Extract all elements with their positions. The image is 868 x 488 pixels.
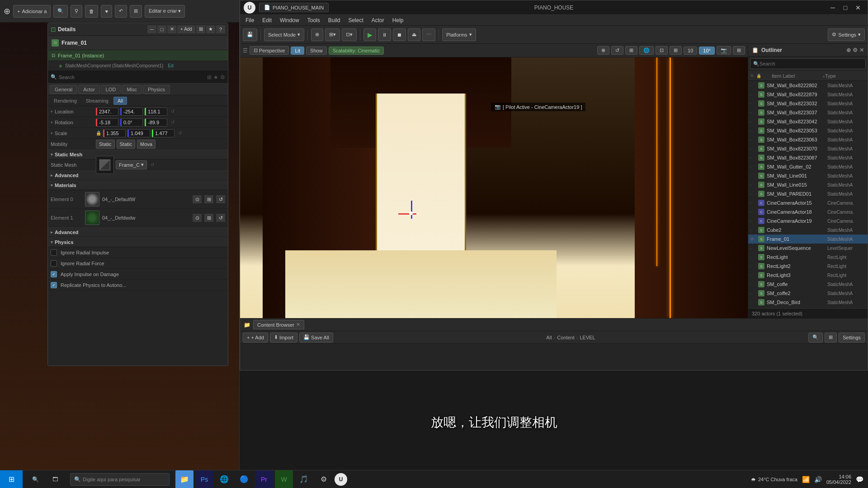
table-row[interactable]: ·SRectLightRectLight [748, 253, 868, 262]
cb-save-all-btn[interactable]: 💾 Save All [299, 333, 333, 343]
mobility-movable-btn[interactable]: Mova [137, 140, 156, 149]
pause-btn[interactable]: ⏸ [378, 28, 391, 41]
search-taskbar-btn[interactable]: 🔍 [26, 470, 44, 488]
details-search-input[interactable] [59, 75, 205, 80]
menu-window[interactable]: Window [276, 16, 303, 24]
visibility-icon[interactable]: · [750, 92, 756, 97]
component-row[interactable]: ◈ StaticMeshComponent (StaticMeshCompone… [48, 61, 228, 71]
visibility-icon[interactable]: · [750, 128, 756, 133]
cb-filter-btn[interactable]: 🔍 [808, 333, 823, 343]
viewport-layout-btn[interactable]: ⊞▾ [325, 28, 340, 41]
table-row[interactable]: ·SRectLight3RectLight [748, 271, 868, 280]
content-browser-tab[interactable]: Content Browser ✕ [253, 320, 304, 329]
element0-reset-btn[interactable]: ↺ [216, 195, 225, 203]
delete-button[interactable]: 🗑 [85, 5, 98, 18]
visibility-icon[interactable]: · [750, 174, 756, 178]
table-row[interactable]: ·SSM_Wall_Box8223063StaticMeshA [748, 135, 868, 144]
table-row[interactable]: ·SSM_Wall_Box8223087StaticMeshA [748, 153, 868, 162]
breadcrumb-content[interactable]: Content [557, 335, 575, 340]
chrome-btn[interactable]: 🔵 [235, 470, 253, 488]
details-close-btn[interactable]: ✕ [167, 25, 176, 33]
scalability-btn[interactable]: Scalability: Cinematic [329, 47, 384, 55]
table-row[interactable]: ·SSM_coffe2StaticMeshA [748, 289, 868, 298]
taskview-btn[interactable]: 🗔 [46, 470, 64, 488]
tab-actor[interactable]: Actor [78, 85, 100, 94]
advanced2-section-header[interactable]: ▸ Advanced [48, 227, 228, 237]
table-row[interactable]: ·SSM_Wall_Box8223042StaticMeshA [748, 117, 868, 126]
table-row[interactable]: ·SSM_Wall_PARED01StaticMeshA [748, 189, 868, 198]
close-btn[interactable]: ✕ [852, 3, 864, 13]
app2-btn[interactable]: ⚙ [315, 470, 333, 488]
premiere-btn[interactable]: Pr [255, 470, 273, 488]
favorite-button[interactable]: ♥ [101, 5, 112, 18]
tab-physics[interactable]: Physics [143, 85, 170, 94]
snap-btn[interactable]: ⊡▾ [342, 28, 357, 41]
breadcrumb-level[interactable]: LEVEL [580, 335, 595, 340]
visibility-icon[interactable]: · [750, 83, 756, 88]
menu-build[interactable]: Build [325, 16, 344, 24]
visibility-icon[interactable]: · [750, 282, 756, 287]
menu-edit[interactable]: Edit [259, 16, 275, 24]
visibility-icon[interactable]: · [750, 219, 756, 224]
element1-reset-btn[interactable]: ↺ [216, 214, 225, 222]
visibility-icon[interactable]: · [750, 137, 756, 142]
vp-snap-angle[interactable]: 10° [699, 47, 715, 55]
table-row[interactable]: ·SCube2StaticMeshA [748, 225, 868, 235]
visibility-icon[interactable]: · [750, 255, 756, 260]
photoshop-btn[interactable]: Ps [195, 470, 213, 488]
location-dropdown[interactable]: Location [55, 109, 74, 114]
ignore-radial-impulse-checkbox[interactable] [51, 249, 57, 256]
location-x-field[interactable]: 2347. [96, 108, 118, 116]
visibility-icon[interactable]: · [750, 300, 756, 305]
location-y-field[interactable]: -254. [120, 108, 143, 116]
replicate-physics-checkbox[interactable] [51, 282, 57, 288]
eject-btn[interactable]: ⏏ [408, 28, 420, 41]
subtab-rendering[interactable]: Rendering [50, 97, 81, 105]
settings-btn[interactable]: ⚙ Settings ▾ [828, 28, 865, 41]
visibility-icon[interactable]: 👁 [750, 237, 756, 242]
browser-btn[interactable]: 🌐 [215, 470, 233, 488]
vp-scale-btn[interactable]: ⊞ [625, 46, 637, 55]
component-edit-link[interactable]: Ed [168, 63, 173, 68]
details-help-btn[interactable]: ? [216, 25, 225, 33]
table-row[interactable]: ·SSM_Wall_Box8222879StaticMeshA [748, 90, 868, 99]
table-row[interactable]: ·SNewLevelSequenceLevelSequer [748, 244, 868, 253]
perspective-btn[interactable]: ⊡ Perspective [250, 46, 289, 55]
ue4-taskbar-btn[interactable]: U [335, 473, 347, 486]
details-grid-btn[interactable]: ⊞ [196, 25, 205, 33]
vp-layout-btn[interactable]: ⊞ [733, 46, 745, 55]
content-browser-close-icon[interactable]: ✕ [296, 322, 300, 328]
scale-z-field[interactable]: 1.477 [152, 129, 175, 137]
location-reset-btn[interactable]: ↺ [169, 108, 176, 115]
visibility-icon[interactable]: · [750, 228, 756, 233]
cb-view-btn[interactable]: ⊞ [825, 333, 837, 343]
scale-reset-btn[interactable]: ↺ [176, 130, 184, 137]
visibility-icon[interactable]: · [750, 110, 756, 115]
platforms-btn[interactable]: Platforms ▾ [442, 28, 476, 41]
mobility-static-btn[interactable]: Static [96, 140, 115, 149]
visibility-icon[interactable]: · [750, 210, 756, 215]
outliner-search-input[interactable] [760, 61, 863, 66]
details-minimize-btn[interactable]: ─ [147, 25, 156, 33]
visibility-icon[interactable]: · [750, 291, 756, 296]
ignore-radial-force-checkbox[interactable] [51, 260, 57, 267]
cb-import-btn[interactable]: ⬇ Import [270, 333, 297, 343]
mesh-reset-btn[interactable]: ↺ [149, 161, 156, 169]
tab-lod[interactable]: LOD [101, 85, 121, 94]
vp-grid-btn[interactable]: ⊞ [670, 46, 682, 55]
ue-project-tab[interactable]: 📄 PIANO_HOUSE_MAIN [259, 3, 329, 12]
outliner-close-btn[interactable]: ✕ [859, 47, 864, 53]
element1-find-btn[interactable]: ⊞ [204, 214, 213, 222]
breadcrumb-all[interactable]: All [546, 335, 552, 340]
apply-impulse-on-damage-checkbox[interactable] [51, 271, 57, 277]
transform-button[interactable]: ⊞ [130, 5, 142, 18]
rotation-x-field[interactable]: -5.18 [96, 118, 118, 127]
rotation-z-field[interactable]: -89.9 [145, 118, 167, 127]
viewport-sidebar-toggle[interactable]: ☰ [243, 47, 248, 54]
table-row[interactable]: ·SSM_Wall_Line001StaticMeshA [748, 171, 868, 180]
table-row[interactable]: ·CCineCameraActor18CineCamera. [748, 207, 868, 216]
cb-add-btn[interactable]: + + Add [243, 333, 268, 343]
menu-tools[interactable]: Tools [304, 16, 324, 24]
play-btn[interactable]: ▶ [363, 28, 376, 41]
vp-world-btn[interactable]: 🌐 [639, 46, 654, 55]
